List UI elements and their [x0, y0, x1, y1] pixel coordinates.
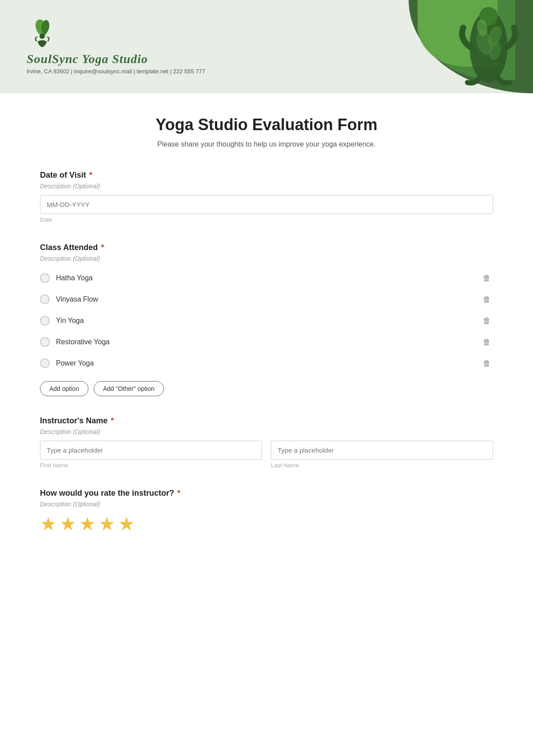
form-subtitle: Please share your thoughts to help us im…	[40, 140, 493, 148]
date-input[interactable]	[40, 195, 493, 214]
radio-option-restorative: Restorative Yoga 🗑	[40, 331, 493, 353]
yogi-figure-icon	[453, 4, 524, 89]
required-indicator: *	[175, 489, 180, 497]
star-3[interactable]: ★	[79, 513, 96, 535]
required-indicator: *	[108, 416, 114, 425]
add-option-button[interactable]: Add option	[40, 381, 88, 396]
class-label: Class Attended *	[40, 243, 493, 252]
rate-description: Description (Optional)	[40, 501, 493, 508]
class-attended-section: Class Attended * Description (Optional) …	[40, 243, 493, 396]
date-hint: Date	[40, 216, 493, 223]
radio-option-hatha: Hatha Yoga 🗑	[40, 267, 493, 289]
radio-option-power: Power Yoga 🗑	[40, 353, 493, 374]
svg-point-2	[40, 33, 45, 39]
star-5[interactable]: ★	[118, 513, 135, 535]
radio-circle[interactable]	[40, 273, 50, 283]
star-4[interactable]: ★	[99, 513, 115, 535]
rate-instructor-section: How would you rate the instructor? * Des…	[40, 489, 493, 535]
class-description: Description (Optional)	[40, 255, 493, 262]
add-other-option-button[interactable]: Add "Other" option	[94, 381, 164, 396]
last-name-input[interactable]	[271, 441, 493, 460]
logo-text: SoulSync Yoga Studio	[27, 52, 506, 66]
star-rating-row: ★ ★ ★ ★ ★	[40, 513, 493, 535]
last-name-hint: Last Name	[271, 462, 493, 469]
option-label-power: Power Yoga	[56, 359, 94, 367]
option-label-restorative: Restorative Yoga	[56, 338, 110, 346]
star-2[interactable]: ★	[60, 513, 76, 535]
radio-circle[interactable]	[40, 337, 50, 347]
delete-hatha-icon[interactable]: 🗑	[481, 272, 493, 284]
instructor-label: Instructor's Name *	[40, 416, 493, 426]
logo-icon	[27, 19, 58, 50]
date-description: Description (Optional)	[40, 183, 493, 190]
delete-restorative-icon[interactable]: 🗑	[481, 336, 493, 348]
delete-power-icon[interactable]: 🗑	[481, 357, 493, 370]
required-indicator: *	[99, 243, 104, 252]
class-options-list: Hatha Yoga 🗑 Vinyasa Flow 🗑 Yin Yoga 🗑	[40, 267, 493, 374]
date-label: Date of Visit *	[40, 171, 493, 180]
header-left: SoulSync Yoga Studio Irvine, CA 92602 | …	[27, 19, 506, 75]
form-main-content: Yoga Studio Evaluation Form Please share…	[0, 93, 533, 577]
logo-contact: Irvine, CA 92602 | inquire@soulsync.mail…	[27, 68, 506, 75]
option-label-hatha: Hatha Yoga	[56, 274, 93, 282]
first-name-col: First Name	[40, 441, 262, 469]
option-label-vinyasa: Vinyasa Flow	[56, 295, 98, 303]
last-name-col: Last Name	[271, 441, 493, 469]
instructor-name-section: Instructor's Name * Description (Optiona…	[40, 416, 493, 469]
star-1[interactable]: ★	[40, 513, 57, 535]
radio-option-vinyasa: Vinyasa Flow 🗑	[40, 289, 493, 310]
page-header: SoulSync Yoga Studio Irvine, CA 92602 | …	[0, 0, 533, 93]
radio-circle[interactable]	[40, 358, 50, 368]
option-label-yin: Yin Yoga	[56, 317, 84, 325]
first-name-input[interactable]	[40, 441, 262, 460]
first-name-hint: First Name	[40, 462, 262, 469]
delete-yin-icon[interactable]: 🗑	[481, 314, 493, 327]
form-title: Yoga Studio Evaluation Form	[40, 115, 493, 134]
required-indicator: *	[87, 171, 92, 179]
instructor-description: Description (Optional)	[40, 428, 493, 435]
logo-area: SoulSync Yoga Studio Irvine, CA 92602 | …	[27, 19, 506, 75]
rate-label: How would you rate the instructor? *	[40, 489, 493, 498]
radio-circle[interactable]	[40, 316, 50, 326]
radio-option-yin: Yin Yoga 🗑	[40, 310, 493, 331]
delete-vinyasa-icon[interactable]: 🗑	[481, 293, 493, 306]
name-fields-row: First Name Last Name	[40, 441, 493, 469]
class-button-row: Add option Add "Other" option	[40, 381, 493, 396]
radio-circle[interactable]	[40, 294, 50, 304]
date-of-visit-section: Date of Visit * Description (Optional) D…	[40, 171, 493, 223]
